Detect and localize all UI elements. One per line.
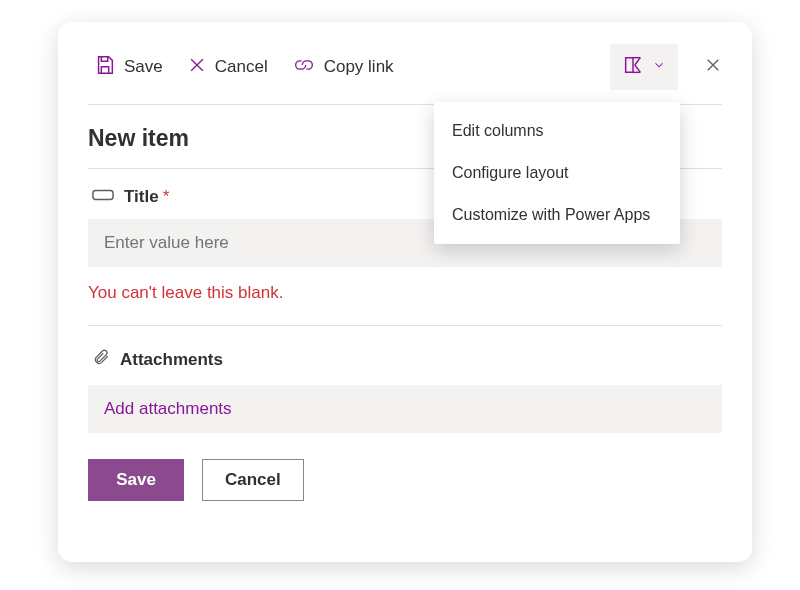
title-error-message: You can't leave this blank. [88,283,722,303]
close-panel-button[interactable] [704,56,722,78]
copy-link-command[interactable]: Copy link [286,51,400,84]
chevron-down-icon [652,58,666,76]
copy-link-label: Copy link [324,57,394,77]
cancel-command-label: Cancel [215,57,268,77]
menu-edit-columns[interactable]: Edit columns [434,110,680,152]
add-attachments-button[interactable]: Add attachments [88,385,722,433]
menu-customize-power-apps[interactable]: Customize with Power Apps [434,194,680,236]
text-column-icon [92,187,114,207]
close-icon [704,56,722,78]
cancel-command[interactable]: Cancel [181,51,274,84]
save-command-label: Save [124,57,163,77]
paperclip-icon [92,346,110,373]
save-icon [94,54,116,81]
attachments-label-text: Attachments [120,350,223,370]
link-icon [292,55,316,80]
field-separator [88,325,722,326]
cancel-button[interactable]: Cancel [202,459,304,501]
edit-form-menu: Edit columns Configure layout Customize … [434,102,680,244]
new-item-panel: Save Cancel Copy link [58,22,752,562]
svg-rect-0 [93,190,113,199]
edit-form-icon [622,54,644,80]
edit-form-button[interactable] [610,44,678,90]
command-bar: Save Cancel Copy link [88,44,722,105]
save-button[interactable]: Save [88,459,184,501]
menu-configure-layout[interactable]: Configure layout [434,152,680,194]
close-icon [187,55,207,80]
save-command[interactable]: Save [88,50,169,85]
title-label-text: Title [124,187,159,207]
footer-buttons: Save Cancel [88,459,722,501]
attachments-label: Attachments [88,346,722,373]
required-marker: * [163,187,170,207]
